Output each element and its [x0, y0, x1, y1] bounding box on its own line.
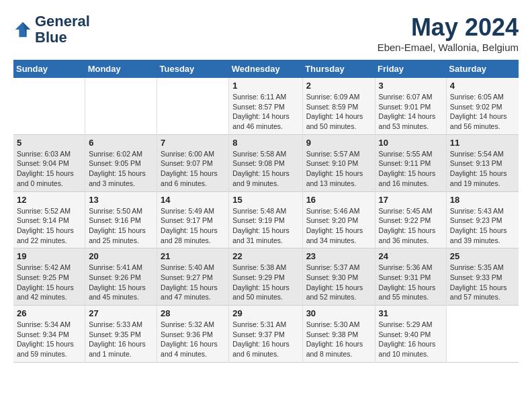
calendar-cell: 5Sunrise: 6:03 AM Sunset: 9:04 PM Daylig…: [13, 134, 85, 191]
weekday-header-monday: Monday: [85, 60, 157, 78]
day-number: 12: [17, 195, 81, 205]
day-info: Sunrise: 5:48 AM Sunset: 9:19 PM Dayligh…: [232, 206, 298, 246]
calendar-week-row: 12Sunrise: 5:52 AM Sunset: 9:14 PM Dayli…: [13, 191, 519, 248]
page-header: General Blue May 2024 Eben-Emael, Wallon…: [13, 13, 519, 53]
calendar-cell: 24Sunrise: 5:36 AM Sunset: 9:31 PM Dayli…: [375, 248, 446, 306]
calendar-cell: 25Sunrise: 5:35 AM Sunset: 9:33 PM Dayli…: [446, 248, 519, 306]
day-info: Sunrise: 6:03 AM Sunset: 9:04 PM Dayligh…: [17, 149, 81, 189]
calendar-cell: 26Sunrise: 5:34 AM Sunset: 9:34 PM Dayli…: [13, 306, 85, 363]
day-number: 23: [306, 251, 371, 261]
calendar-cell: 18Sunrise: 5:43 AM Sunset: 9:23 PM Dayli…: [446, 191, 519, 248]
day-info: Sunrise: 5:55 AM Sunset: 9:11 PM Dayligh…: [379, 149, 443, 189]
day-number: 11: [450, 138, 515, 148]
day-info: Sunrise: 5:34 AM Sunset: 9:34 PM Dayligh…: [17, 320, 81, 359]
day-info: Sunrise: 5:49 AM Sunset: 9:17 PM Dayligh…: [161, 206, 225, 246]
day-info: Sunrise: 6:07 AM Sunset: 9:01 PM Dayligh…: [379, 92, 443, 132]
day-info: Sunrise: 5:35 AM Sunset: 9:33 PM Dayligh…: [450, 263, 515, 302]
calendar-cell: [157, 78, 229, 134]
day-number: 2: [306, 81, 371, 91]
day-number: 3: [379, 81, 443, 91]
day-info: Sunrise: 5:46 AM Sunset: 9:20 PM Dayligh…: [306, 206, 371, 246]
calendar-week-row: 26Sunrise: 5:34 AM Sunset: 9:34 PM Dayli…: [13, 306, 519, 363]
day-number: 22: [232, 251, 298, 261]
weekday-header-friday: Friday: [375, 60, 446, 78]
calendar-cell: [85, 78, 157, 134]
calendar-cell: 6Sunrise: 6:02 AM Sunset: 9:05 PM Daylig…: [85, 134, 157, 191]
calendar-week-row: 5Sunrise: 6:03 AM Sunset: 9:04 PM Daylig…: [13, 134, 519, 191]
calendar-cell: 9Sunrise: 5:57 AM Sunset: 9:10 PM Daylig…: [302, 134, 375, 191]
day-number: 27: [89, 308, 153, 318]
calendar-cell: 16Sunrise: 5:46 AM Sunset: 9:20 PM Dayli…: [302, 191, 375, 248]
day-info: Sunrise: 6:00 AM Sunset: 9:07 PM Dayligh…: [161, 149, 225, 189]
calendar-cell: 15Sunrise: 5:48 AM Sunset: 9:19 PM Dayli…: [229, 191, 302, 248]
day-number: 8: [232, 138, 298, 148]
day-number: 18: [450, 195, 515, 205]
day-info: Sunrise: 5:50 AM Sunset: 9:16 PM Dayligh…: [89, 206, 153, 246]
day-info: Sunrise: 5:42 AM Sunset: 9:25 PM Dayligh…: [17, 263, 81, 302]
weekday-header-thursday: Thursday: [302, 60, 375, 78]
day-number: 28: [161, 308, 225, 318]
day-number: 4: [450, 81, 515, 91]
calendar-cell: 29Sunrise: 5:31 AM Sunset: 9:37 PM Dayli…: [229, 306, 302, 363]
calendar-cell: 21Sunrise: 5:40 AM Sunset: 9:27 PM Dayli…: [157, 248, 229, 306]
day-info: Sunrise: 5:29 AM Sunset: 9:40 PM Dayligh…: [379, 320, 443, 359]
weekday-header-sunday: Sunday: [13, 60, 85, 78]
day-number: 9: [306, 138, 371, 148]
calendar-cell: 11Sunrise: 5:54 AM Sunset: 9:13 PM Dayli…: [446, 134, 519, 191]
day-number: 21: [161, 251, 225, 261]
calendar-cell: 1Sunrise: 6:11 AM Sunset: 8:57 PM Daylig…: [229, 78, 302, 134]
calendar-cell: 13Sunrise: 5:50 AM Sunset: 9:16 PM Dayli…: [85, 191, 157, 248]
day-number: 1: [232, 81, 298, 91]
calendar-cell: 2Sunrise: 6:09 AM Sunset: 8:59 PM Daylig…: [302, 78, 375, 134]
day-number: 6: [89, 138, 153, 148]
month-title: May 2024: [378, 13, 519, 42]
day-info: Sunrise: 6:09 AM Sunset: 8:59 PM Dayligh…: [306, 92, 371, 132]
day-number: 16: [306, 195, 371, 205]
calendar-cell: 10Sunrise: 5:55 AM Sunset: 9:11 PM Dayli…: [375, 134, 446, 191]
calendar-cell: [13, 78, 85, 134]
weekday-header-wednesday: Wednesday: [229, 60, 302, 78]
calendar-cell: 12Sunrise: 5:52 AM Sunset: 9:14 PM Dayli…: [13, 191, 85, 248]
calendar-cell: 28Sunrise: 5:32 AM Sunset: 9:36 PM Dayli…: [157, 306, 229, 363]
day-number: 17: [379, 195, 443, 205]
calendar-cell: [446, 306, 519, 363]
day-number: 13: [89, 195, 153, 205]
weekday-header-tuesday: Tuesday: [157, 60, 229, 78]
calendar-week-row: 1Sunrise: 6:11 AM Sunset: 8:57 PM Daylig…: [13, 78, 519, 134]
location: Eben-Emael, Wallonia, Belgium: [378, 42, 519, 53]
day-number: 14: [161, 195, 225, 205]
day-number: 25: [450, 251, 515, 261]
day-number: 19: [17, 251, 81, 261]
calendar-table: SundayMondayTuesdayWednesdayThursdayFrid…: [13, 60, 519, 363]
calendar-cell: 20Sunrise: 5:41 AM Sunset: 9:26 PM Dayli…: [85, 248, 157, 306]
day-info: Sunrise: 5:38 AM Sunset: 9:29 PM Dayligh…: [232, 263, 298, 302]
calendar-week-row: 19Sunrise: 5:42 AM Sunset: 9:25 PM Dayli…: [13, 248, 519, 306]
day-number: 7: [161, 138, 225, 148]
logo-text: General Blue: [35, 13, 90, 46]
calendar-cell: 7Sunrise: 6:00 AM Sunset: 9:07 PM Daylig…: [157, 134, 229, 191]
day-info: Sunrise: 5:31 AM Sunset: 9:37 PM Dayligh…: [232, 320, 298, 359]
day-number: 10: [379, 138, 443, 148]
day-number: 5: [17, 138, 81, 148]
day-info: Sunrise: 5:37 AM Sunset: 9:30 PM Dayligh…: [306, 263, 371, 302]
day-info: Sunrise: 5:43 AM Sunset: 9:23 PM Dayligh…: [450, 206, 515, 246]
day-number: 15: [232, 195, 298, 205]
calendar-cell: 19Sunrise: 5:42 AM Sunset: 9:25 PM Dayli…: [13, 248, 85, 306]
calendar-cell: 8Sunrise: 5:58 AM Sunset: 9:08 PM Daylig…: [229, 134, 302, 191]
calendar-cell: 4Sunrise: 6:05 AM Sunset: 9:02 PM Daylig…: [446, 78, 519, 134]
day-info: Sunrise: 5:41 AM Sunset: 9:26 PM Dayligh…: [89, 263, 153, 302]
day-info: Sunrise: 5:57 AM Sunset: 9:10 PM Dayligh…: [306, 149, 371, 189]
day-number: 26: [17, 308, 81, 318]
day-number: 31: [379, 308, 443, 318]
day-number: 29: [232, 308, 298, 318]
weekday-header-row: SundayMondayTuesdayWednesdayThursdayFrid…: [13, 60, 519, 78]
logo: General Blue: [13, 13, 90, 46]
calendar-cell: 3Sunrise: 6:07 AM Sunset: 9:01 PM Daylig…: [375, 78, 446, 134]
day-number: 24: [379, 251, 443, 261]
calendar-cell: 23Sunrise: 5:37 AM Sunset: 9:30 PM Dayli…: [302, 248, 375, 306]
calendar-cell: 14Sunrise: 5:49 AM Sunset: 9:17 PM Dayli…: [157, 191, 229, 248]
day-info: Sunrise: 5:52 AM Sunset: 9:14 PM Dayligh…: [17, 206, 81, 246]
calendar-cell: 30Sunrise: 5:30 AM Sunset: 9:38 PM Dayli…: [302, 306, 375, 363]
day-info: Sunrise: 5:54 AM Sunset: 9:13 PM Dayligh…: [450, 149, 515, 189]
title-area: May 2024 Eben-Emael, Wallonia, Belgium: [378, 13, 519, 53]
